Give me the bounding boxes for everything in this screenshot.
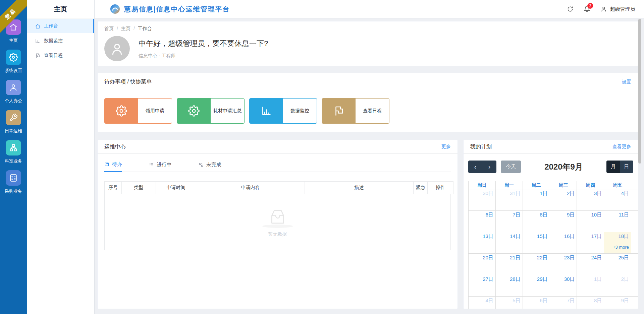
app-nav-item[interactable]: 采购业务 — [5, 170, 22, 194]
logo-icon — [110, 4, 120, 14]
ops-tab[interactable]: 未完成 — [199, 161, 221, 172]
breadcrumb-item[interactable]: 工作台 — [138, 26, 152, 31]
shortcut-card[interactable]: 数据监控 — [249, 98, 317, 124]
calendar-cell[interactable]: 6日 — [523, 297, 550, 309]
calendar-cell[interactable]: 4日 — [469, 297, 496, 309]
prev-month-button[interactable]: ‹ — [468, 161, 482, 173]
calendar-weekday: 周五 — [604, 181, 631, 189]
calendar-cell[interactable]: 14日 — [495, 232, 523, 254]
more-link[interactable]: 更多 — [441, 144, 451, 150]
calendar-date: 7日 — [513, 212, 520, 217]
calendar-date: 31日 — [510, 190, 521, 196]
calendar-cell[interactable]: 7日 — [495, 211, 523, 232]
calendar-cell[interactable]: 10日 — [577, 211, 604, 232]
view-more-link[interactable]: 查看更多 — [612, 144, 631, 150]
calendar-cell[interactable] — [631, 189, 638, 211]
calendar-cell[interactable]: 28日 — [495, 275, 523, 297]
month-view-button[interactable]: 月 — [606, 161, 620, 173]
calendar-cell[interactable]: 11日 — [604, 211, 631, 232]
breadcrumb-item[interactable]: 首页 — [104, 26, 114, 31]
calendar-nav-group: ‹ › — [468, 161, 496, 173]
calendar-cell[interactable]: 31日 — [495, 189, 523, 211]
calendar-date: 7日 — [567, 298, 575, 303]
calendar-cell[interactable]: 30日 — [469, 189, 496, 211]
app-nav: 主页系统设置个人办公日常运维科室业务采购业务 — [5, 19, 22, 200]
calendar-cell[interactable]: 5日 — [495, 297, 523, 309]
greeting-message: 中午好，超级管理员，要不要休息一下? — [139, 39, 268, 49]
calendar-date: 14日 — [510, 233, 521, 239]
calendar-cell[interactable]: 2日 — [550, 189, 577, 211]
calendar-cell[interactable]: 6日 — [469, 211, 496, 232]
shortcut-card[interactable]: 查看日程 — [322, 98, 389, 124]
module-nav: 工作台数据监控查看日程 — [27, 19, 94, 63]
ops-tab[interactable]: 进行中 — [149, 161, 172, 172]
calendar-cell[interactable]: 20日 — [469, 254, 496, 275]
flag-icon — [35, 53, 41, 59]
calendar-cell[interactable]: 3日 — [577, 189, 604, 211]
user-menu[interactable]: 超级管理员 — [600, 6, 635, 12]
ops-table-header-cell: 描述 — [305, 182, 414, 194]
calendar-cell[interactable] — [631, 211, 638, 232]
scrollbar-thumb[interactable] — [638, 19, 641, 164]
breadcrumb-item[interactable]: 主页 — [121, 26, 130, 31]
calendar-date: 9日 — [567, 212, 575, 217]
calendar-cell[interactable]: 17日 — [577, 232, 604, 254]
calendar-cell[interactable]: 1日 — [523, 189, 550, 211]
plan-panel-title: 我的计划 — [470, 143, 492, 150]
calendar-cell[interactable]: 8日 — [577, 297, 604, 309]
calendar-cell[interactable]: 8日 — [523, 211, 550, 232]
calendar-cell[interactable]: 23日 — [550, 254, 577, 275]
calendar-row: 20日21日22日23日24日25日 — [469, 254, 638, 275]
notification-bell-icon[interactable]: 3 — [584, 6, 590, 12]
app-nav-item[interactable]: 系统设置 — [5, 50, 22, 74]
shortcut-card[interactable]: 耗材申请汇总 — [177, 98, 245, 124]
calendar-cell[interactable] — [631, 275, 638, 297]
calendar-cell[interactable]: 7日 — [550, 297, 577, 309]
next-month-button[interactable]: › — [482, 161, 496, 173]
module-nav-item[interactable]: 查看日程 — [27, 49, 94, 63]
today-button[interactable]: 今天 — [501, 161, 521, 173]
module-nav-label: 查看日程 — [44, 53, 63, 59]
ops-panel-body: 待办进行中未完成 序号类型申请时间申请内容描述紧急操作 — [98, 154, 458, 250]
calendar-weekday: 周日 — [469, 181, 496, 189]
notification-badge: 3 — [587, 3, 593, 9]
day-view-button[interactable]: 日 — [620, 161, 633, 173]
calendar-cell[interactable]: 27日 — [469, 275, 496, 297]
calendar-cell[interactable] — [631, 232, 638, 254]
ops-tab[interactable]: 待办 — [104, 161, 122, 172]
calendar-cell[interactable] — [631, 297, 638, 309]
calendar-cell[interactable]: 13日 — [469, 232, 496, 254]
refresh-icon[interactable] — [567, 6, 574, 12]
calendar-cell[interactable]: 22日 — [523, 254, 550, 275]
username: 超级管理员 — [610, 6, 635, 12]
app-nav-label: 采购业务 — [5, 188, 22, 194]
settings-link[interactable]: 设置 — [622, 79, 631, 85]
app-nav-item[interactable]: 日常运维 — [5, 110, 22, 134]
calendar-date: 16日 — [564, 233, 575, 239]
calendar-cell[interactable]: 18日+3 more — [604, 232, 631, 254]
calendar-cell[interactable]: 30日 — [550, 275, 577, 297]
calendar-cell[interactable]: 9日 — [604, 297, 631, 309]
calendar-cell[interactable]: 25日 — [604, 254, 631, 275]
more-events-link[interactable]: +3 more — [606, 245, 629, 250]
calendar-cell[interactable]: 21日 — [495, 254, 523, 275]
calendar-cell[interactable]: 29日 — [523, 275, 550, 297]
shortcut-card[interactable]: 领用申请 — [104, 98, 172, 124]
calendar-cell[interactable]: 9日 — [550, 211, 577, 232]
ops-tabs: 待办进行中未完成 — [104, 161, 451, 172]
calendar-cell[interactable]: 1日 — [577, 275, 604, 297]
calendar-date: 9日 — [621, 298, 629, 303]
app-nav-item[interactable]: 科室业务 — [5, 140, 22, 164]
calendar-cell[interactable]: 4日 — [604, 189, 631, 211]
calendar-cell[interactable] — [631, 254, 638, 275]
app-nav-item[interactable]: 个人办公 — [5, 80, 22, 104]
ops-tab-label: 未完成 — [206, 162, 221, 168]
module-nav-item[interactable]: 工作台 — [27, 19, 94, 33]
calendar-cell[interactable]: 15日 — [523, 232, 550, 254]
todo-panel: 待办事项 / 快捷菜单 设置 领用申请耗材申请汇总数据监控查看日程 — [97, 73, 638, 132]
module-nav-item[interactable]: 数据监控 — [27, 34, 94, 48]
calendar-cell[interactable]: 16日 — [550, 232, 577, 254]
calendar-cell[interactable]: 24日 — [577, 254, 604, 275]
calendar-cell[interactable]: 2日 — [604, 275, 631, 297]
calendar-date: 8日 — [540, 212, 547, 217]
